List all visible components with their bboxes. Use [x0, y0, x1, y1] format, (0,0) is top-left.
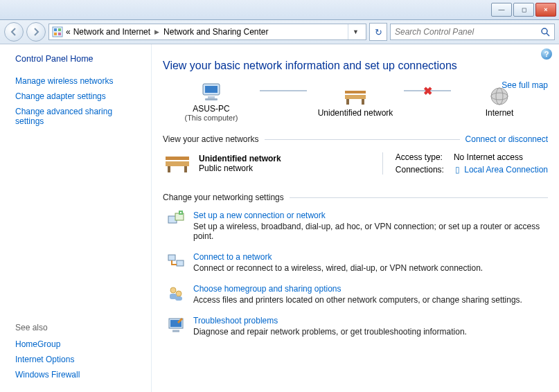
control-panel-icon [52, 26, 63, 37]
search-input[interactable] [391, 24, 537, 39]
refresh-icon: ↻ [375, 27, 382, 37]
map-node-sublabel: (This computer) [184, 114, 238, 122]
minimize-button[interactable]: — [491, 3, 512, 17]
map-connection-line [260, 90, 307, 93]
network-map: See full map ASUS-PC (This computer) Uni… [163, 80, 548, 122]
change-settings-header: Change your networking settings [163, 193, 284, 202]
back-arrow-icon [10, 28, 18, 36]
svg-rect-12 [345, 95, 366, 99]
refresh-button[interactable]: ↻ [369, 23, 387, 41]
svg-point-29 [176, 291, 181, 296]
maximize-button[interactable]: ◻ [513, 3, 534, 17]
page-title: View your basic network information and … [163, 60, 548, 72]
control-panel-home-link[interactable]: Control Panel Home [15, 54, 151, 64]
svg-rect-4 [58, 33, 61, 35]
svg-rect-1 [54, 28, 57, 31]
setting-title[interactable]: Troubleshoot problems [193, 316, 548, 326]
setting-title[interactable]: Choose homegroup and sharing options [193, 284, 548, 294]
sidebar-link-advanced-sharing[interactable]: Change advanced sharing settings [15, 107, 140, 126]
setting-title[interactable]: Set up a new connection or network [193, 211, 548, 220]
active-network-type: Public network [199, 163, 281, 173]
map-node-this-computer[interactable]: ASUS-PC (This computer) [163, 80, 260, 122]
map-node-label: Internet [486, 108, 514, 118]
connect-network-icon [167, 252, 185, 270]
svg-point-15 [491, 88, 508, 105]
svg-rect-20 [168, 166, 170, 172]
main-content: ? View your basic network information an… [151, 44, 559, 392]
svg-rect-27 [177, 260, 184, 266]
homegroup-icon [167, 284, 185, 302]
svg-rect-3 [54, 33, 57, 35]
setting-desc: Diagnose and repair network problems, or… [193, 327, 548, 337]
svg-rect-19 [166, 161, 189, 166]
map-node-network[interactable]: Unidentified network [307, 84, 404, 118]
back-button[interactable] [4, 22, 24, 42]
connect-disconnect-link[interactable]: Connect or disconnect [465, 134, 548, 144]
svg-rect-2 [58, 28, 61, 31]
map-node-label: Unidentified network [318, 108, 393, 118]
svg-rect-18 [166, 157, 189, 160]
see-full-map-link[interactable]: See full map [502, 80, 548, 90]
titlebar: — ◻ × [0, 0, 559, 20]
bench-icon [342, 84, 369, 108]
see-also-homegroup[interactable]: HomeGroup [15, 339, 140, 349]
svg-rect-31 [175, 296, 182, 301]
see-also-header: See also [15, 323, 151, 332]
search-box[interactable] [390, 24, 555, 40]
setting-setup-connection[interactable]: Set up a new connection or network Set u… [167, 211, 548, 241]
forward-button[interactable] [26, 22, 46, 42]
chevron-right-icon: ▶ [153, 28, 161, 35]
forward-arrow-icon [32, 28, 40, 36]
active-network-name: Unidentified network [199, 154, 281, 163]
svg-rect-25 [180, 212, 181, 213]
svg-point-28 [170, 287, 176, 293]
sidebar-link-adapter-settings[interactable]: Change adapter settings [15, 91, 140, 101]
access-type-value: No Internet access [454, 152, 548, 162]
setting-troubleshoot[interactable]: Troubleshoot problems Diagnose and repai… [167, 316, 548, 337]
access-type-label: Access type: [396, 152, 444, 162]
ethernet-icon: ▯ [454, 165, 462, 175]
setting-homegroup-sharing[interactable]: Choose homegroup and sharing options Acc… [167, 284, 548, 305]
see-also-windows-firewall[interactable]: Windows Firewall [15, 370, 140, 380]
svg-line-6 [547, 33, 549, 36]
connections-label: Connections: [396, 165, 444, 175]
setting-desc: Set up a wireless, broadband, dial-up, a… [193, 222, 548, 241]
map-node-label: ASUS-PC [193, 104, 229, 114]
setting-desc: Connect or reconnect to a wireless, wire… [193, 263, 548, 273]
setting-connect-network[interactable]: Connect to a network Connect or reconnec… [167, 252, 548, 273]
computer-icon [199, 80, 223, 104]
address-bar: « Network and Internet ▶ Network and Sha… [0, 20, 559, 44]
search-icon[interactable] [537, 28, 554, 37]
window-frame: — ◻ × « Network and Internet ▶ Network a… [0, 0, 559, 392]
svg-rect-8 [205, 86, 218, 93]
setup-connection-icon [167, 211, 185, 229]
sidebar: Control Panel Home Manage wireless netwo… [0, 44, 151, 392]
breadcrumb-part-2[interactable]: Network and Sharing Center [163, 27, 268, 37]
setting-desc: Access files and printers located on oth… [193, 295, 548, 305]
svg-rect-21 [184, 166, 187, 172]
svg-rect-9 [208, 96, 215, 98]
map-connection-broken: ✖ [404, 90, 451, 93]
settings-list: Set up a new connection or network Set u… [163, 211, 548, 337]
active-network-entry: Unidentified network Public network Acce… [163, 152, 548, 175]
setting-title[interactable]: Connect to a network [193, 252, 548, 262]
x-mark-icon: ✖ [423, 84, 432, 98]
svg-rect-26 [168, 255, 175, 260]
svg-rect-13 [346, 99, 349, 105]
see-also-internet-options[interactable]: Internet Options [15, 355, 140, 364]
active-networks-header: View your active networks [163, 134, 259, 144]
breadcrumb-part-1[interactable]: Network and Internet [73, 27, 150, 37]
svg-rect-14 [362, 99, 364, 105]
svg-rect-11 [345, 91, 366, 93]
connection-link[interactable]: Local Area Connection [464, 165, 548, 175]
svg-rect-10 [205, 98, 218, 100]
bench-icon [163, 152, 192, 175]
svg-point-5 [542, 28, 547, 34]
breadcrumb-prefix: « [66, 27, 71, 37]
help-icon[interactable]: ? [541, 48, 552, 60]
close-button[interactable]: × [535, 3, 556, 17]
breadcrumb-dropdown[interactable]: ▼ [348, 24, 363, 39]
breadcrumb[interactable]: « Network and Internet ▶ Network and Sha… [48, 24, 366, 40]
sidebar-link-manage-wireless[interactable]: Manage wireless networks [15, 76, 140, 86]
troubleshoot-icon [167, 316, 185, 334]
